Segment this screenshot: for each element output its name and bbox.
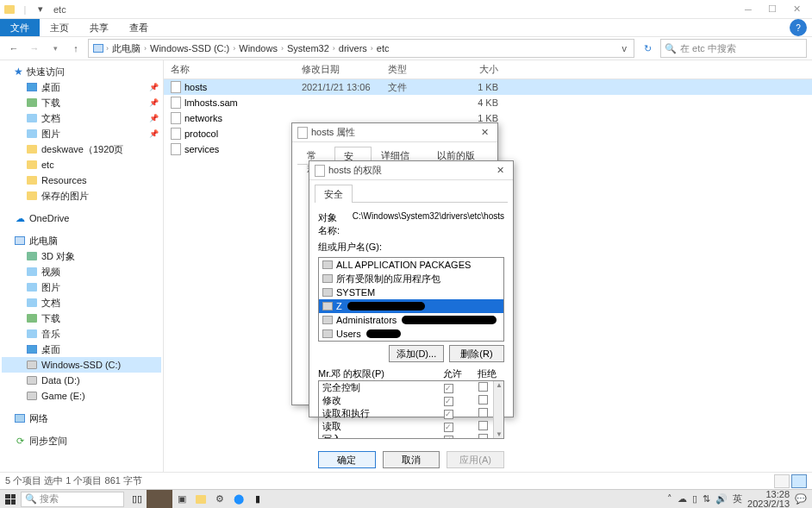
maximize-button[interactable]: ☐ <box>760 1 784 18</box>
qat-dropdown-icon[interactable]: ▾ <box>34 3 47 16</box>
nav-drive-d[interactable]: Data (D:) <box>2 373 161 388</box>
tray-up-icon[interactable]: ˄ <box>667 493 672 505</box>
task-icon[interactable]: ▣ <box>172 490 191 509</box>
breadcrumb-seg[interactable]: etc <box>375 43 391 53</box>
col-size[interactable]: 大小 <box>448 63 509 76</box>
task-icon[interactable]: ⚙ <box>210 490 229 509</box>
task-view-icon[interactable]: ▯▯ <box>128 490 147 509</box>
back-button[interactable]: ← <box>5 40 22 57</box>
breadcrumb[interactable]: › 此电脑 › Windows-SSD (C:) › Windows › Sys… <box>88 39 634 58</box>
nav-folder[interactable]: 保存的图片 <box>2 188 161 204</box>
task-icon[interactable] <box>147 490 172 509</box>
close-button[interactable]: ✕ <box>784 1 809 18</box>
deny-checkbox[interactable] <box>478 382 488 392</box>
forward-button[interactable]: → <box>26 40 43 57</box>
wifi-icon[interactable]: ⇅ <box>703 493 710 505</box>
nav-pictures[interactable]: 图片 <box>2 279 161 295</box>
breadcrumb-dropdown[interactable]: v <box>619 43 631 53</box>
allow-checkbox[interactable]: ✓ <box>444 410 453 419</box>
col-name[interactable]: 名称 <box>164 63 302 76</box>
principal-row[interactable]: Users <box>319 327 503 341</box>
tab-home[interactable]: 主页 <box>40 19 79 36</box>
add-button[interactable]: 添加(D)... <box>389 345 444 362</box>
tab-share[interactable]: 共享 <box>79 19 119 36</box>
nav-documents[interactable]: 文档 <box>2 295 161 310</box>
view-details-button[interactable] <box>774 474 790 488</box>
ime-indicator[interactable]: 英 <box>733 492 742 505</box>
close-button[interactable]: ✕ <box>492 165 508 176</box>
breadcrumb-seg[interactable]: 此电脑 <box>110 42 142 55</box>
tab-security[interactable]: 安全 <box>315 185 353 203</box>
nav-drive-e[interactable]: Game (E:) <box>2 388 161 404</box>
nav-onedrive[interactable]: ☁OneDrive <box>2 210 161 226</box>
deny-checkbox[interactable] <box>478 421 488 430</box>
nav-quick-access[interactable]: ★快速访问 <box>2 64 161 79</box>
principal-row[interactable]: SYSTEM <box>319 285 503 299</box>
dialog-titlebar[interactable]: hosts 属性 ✕ <box>292 123 497 142</box>
nav-network[interactable]: 网络 <box>2 411 161 426</box>
remove-button[interactable]: 删除(R) <box>449 345 504 362</box>
nav-folder[interactable]: deskwave（1920页 <box>2 141 161 157</box>
volume-icon[interactable]: 🔊 <box>715 493 728 505</box>
nav-documents[interactable]: 文档📌 <box>2 110 161 126</box>
deny-checkbox[interactable] <box>478 434 488 439</box>
scrollbar[interactable] <box>493 381 503 438</box>
col-type[interactable]: 类型 <box>388 63 448 76</box>
principal-row[interactable]: Administrators <box>319 313 503 327</box>
file-row[interactable]: hosts 2021/1/21 13:06 文件 1 KB <box>164 79 812 95</box>
task-icon[interactable]: ▮ <box>248 490 267 509</box>
nav-pictures[interactable]: 图片📌 <box>2 126 161 141</box>
nav-drive-c[interactable]: Windows-SSD (C:) <box>2 357 161 373</box>
up-button[interactable]: ↑ <box>67 40 84 57</box>
tab-file[interactable]: 文件 <box>0 19 40 36</box>
recent-dropdown[interactable]: ▾ <box>47 40 64 57</box>
breadcrumb-seg[interactable]: System32 <box>285 43 331 53</box>
principal-row[interactable]: 所有受限制的应用程序包 <box>319 272 503 285</box>
nav-desktop[interactable]: 桌面 <box>2 342 161 357</box>
tab-view[interactable]: 查看 <box>119 19 159 36</box>
clock[interactable]: 13:28 2023/2/13 <box>747 490 790 509</box>
breadcrumb-seg[interactable]: Windows-SSD (C:) <box>148 43 231 53</box>
principal-row-selected[interactable]: Z <box>319 299 503 313</box>
nav-thispc[interactable]: 此电脑 <box>2 233 161 248</box>
breadcrumb-seg[interactable]: drivers <box>337 43 369 53</box>
nav-3dobjects[interactable]: 3D 对象 <box>2 248 161 264</box>
notification-icon[interactable]: 💬 <box>795 493 807 505</box>
column-headers[interactable]: 名称 修改日期 类型 大小 <box>164 60 812 79</box>
close-button[interactable]: ✕ <box>477 127 492 138</box>
deny-checkbox[interactable] <box>478 395 488 405</box>
task-icon[interactable]: ⬤ <box>229 490 248 509</box>
minimize-button[interactable]: ─ <box>736 1 760 18</box>
apply-button[interactable]: 应用(A) <box>447 451 504 468</box>
nav-sync[interactable]: ⟳同步空间 <box>2 433 161 448</box>
allow-checkbox[interactable]: ✓ <box>444 384 453 393</box>
tray-app-icon[interactable]: ☁ <box>678 493 687 505</box>
nav-folder[interactable]: Resources <box>2 172 161 188</box>
breadcrumb-seg[interactable]: Windows <box>237 43 279 53</box>
nav-folder[interactable]: etc <box>2 157 161 172</box>
deny-checkbox[interactable] <box>478 408 488 417</box>
cancel-button[interactable]: 取消 <box>383 451 440 468</box>
nav-downloads[interactable]: 下载📌 <box>2 95 161 110</box>
ok-button[interactable]: 确定 <box>318 451 376 468</box>
nav-music[interactable]: 音乐 <box>2 326 161 342</box>
nav-videos[interactable]: 视频 <box>2 264 161 279</box>
col-date[interactable]: 修改日期 <box>302 63 388 76</box>
dialog-titlebar[interactable]: hosts 的权限 ✕ <box>309 161 513 180</box>
task-icon[interactable] <box>191 490 210 509</box>
allow-checkbox[interactable]: ✓ <box>444 423 453 432</box>
view-large-button[interactable] <box>791 474 807 488</box>
nav-downloads[interactable]: 下载 <box>2 310 161 326</box>
battery-icon[interactable]: ▯ <box>692 493 697 505</box>
allow-checkbox[interactable]: ✓ <box>444 397 453 406</box>
file-row[interactable]: lmhosts.sam 4 KB <box>164 95 812 110</box>
refresh-button[interactable]: ↻ <box>638 39 657 58</box>
principal-row[interactable]: ALL APPLICATION PACKAGES <box>319 258 503 272</box>
start-button[interactable] <box>0 490 21 509</box>
allow-checkbox[interactable]: ✓ <box>444 436 453 439</box>
nav-desktop[interactable]: 桌面📌 <box>2 79 161 95</box>
taskbar-search[interactable]: 🔍 搜索 <box>21 492 124 507</box>
search-box[interactable]: 🔍 在 etc 中搜索 <box>660 39 807 58</box>
help-button[interactable]: ? <box>790 19 807 36</box>
principals-list[interactable]: ALL APPLICATION PACKAGES 所有受限制的应用程序包 SYS… <box>318 257 504 342</box>
